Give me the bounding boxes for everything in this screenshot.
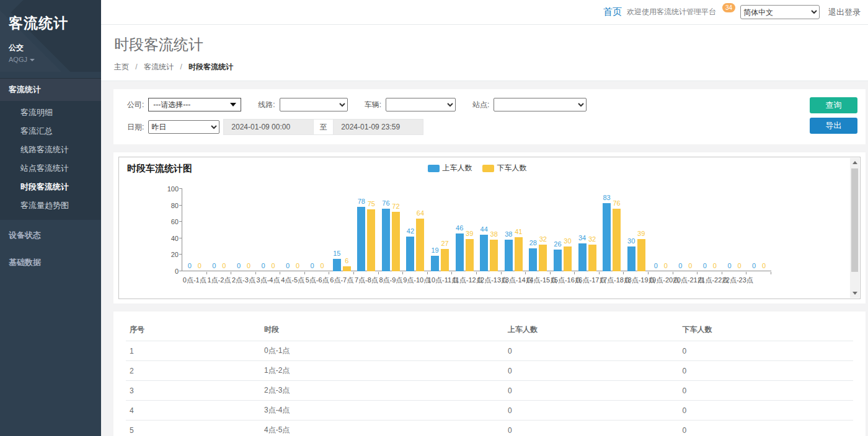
breadcrumb-home[interactable]: 主页 — [114, 63, 129, 71]
bar — [357, 207, 365, 271]
page-heading: 时段客流统计 主页 / 客流统计 / 时段客流统计 — [101, 25, 868, 81]
period-stats-table: 序号 时段 上车人数 下车人数 10点-1点0021点-2点0032点-3点00… — [126, 319, 853, 436]
bar-boarding: 78 — [357, 189, 365, 271]
sidebar-item-passenger-stats[interactable]: 客流统计 — [0, 78, 101, 101]
scroll-down-icon[interactable] — [850, 289, 859, 298]
bar-value-label: 0 — [713, 262, 717, 269]
sidebar-item-base-data[interactable]: 基础数据 — [0, 251, 101, 274]
app-logo: 客流统计 — [9, 14, 92, 33]
org-name: 公交 — [9, 43, 92, 53]
bar — [529, 248, 537, 271]
bar-alighting: 75 — [367, 189, 375, 271]
bar — [505, 240, 513, 271]
bar-group: 00 — [649, 189, 673, 271]
bar-alighting: 39 — [466, 189, 474, 271]
sidebar-item-line-stats[interactable]: 线路客流统计 — [0, 141, 101, 159]
query-button[interactable]: 查询 — [810, 97, 857, 113]
table-panel: 序号 时段 上车人数 下车人数 10点-1点0021点-2点0032点-3点00… — [113, 312, 866, 436]
legend-swatch-alighting — [482, 165, 494, 172]
bar-value-label: 38 — [490, 230, 498, 238]
chart-scrollbar[interactable] — [850, 158, 859, 298]
bar-boarding: 0 — [750, 189, 758, 271]
bar-alighting: 0 — [220, 189, 228, 271]
bar-value-label: 30 — [627, 237, 635, 245]
date-end-input[interactable] — [333, 119, 423, 135]
bar-boarding: 0 — [185, 189, 193, 271]
table-cell: 3 — [126, 381, 260, 401]
bar-group: 8376 — [600, 189, 624, 271]
line-select[interactable] — [280, 98, 348, 111]
table-cell: 0 — [678, 341, 853, 361]
bar-alighting: 0 — [318, 189, 326, 271]
scroll-up-icon[interactable] — [850, 158, 859, 167]
user-menu[interactable]: AQGJ — [9, 56, 92, 63]
bar-value-label: 0 — [237, 262, 241, 269]
bar-value-label: 0 — [286, 262, 290, 269]
vehicle-select[interactable] — [386, 98, 456, 111]
bar-group: 3039 — [624, 189, 649, 271]
bar — [578, 243, 587, 271]
bar-boarding: 0 — [210, 189, 218, 271]
x-tick-label: 20点-21点 — [673, 276, 698, 285]
bar — [554, 250, 562, 271]
bar — [466, 239, 474, 271]
bar-value-label: 0 — [737, 262, 741, 269]
date-start-input[interactable] — [223, 119, 314, 135]
legend-boarding[interactable]: 上车人数 — [428, 163, 472, 173]
breadcrumb-passenger-stats[interactable]: 客流统计 — [144, 63, 174, 71]
bar-value-label: 0 — [678, 262, 682, 269]
table-cell: 5 — [126, 421, 260, 436]
bar-alighting: 0 — [269, 189, 277, 271]
x-tick-label: 16点-17点 — [575, 276, 600, 285]
sidebar-item-passenger-summary[interactable]: 客流汇总 — [0, 122, 101, 141]
logout-link[interactable]: 退出登录 — [828, 7, 861, 18]
bar-alighting: 41 — [515, 189, 523, 271]
x-tick-label: 2点-3点 — [231, 276, 256, 285]
bar-alighting: 0 — [760, 189, 768, 271]
bar — [564, 246, 572, 271]
sidebar-item-device-status[interactable]: 设备状态 — [0, 224, 101, 247]
sidebar-item-period-stats[interactable]: 时段客流统计 — [0, 178, 101, 196]
scrollbar-thumb[interactable] — [851, 168, 858, 272]
dropdown-arrow-icon — [230, 103, 236, 107]
table-cell: 0 — [678, 361, 853, 381]
col-header-period: 时段 — [260, 319, 504, 341]
x-tick-label: 8点-9点 — [379, 276, 404, 285]
station-select[interactable] — [494, 98, 587, 111]
export-button[interactable]: 导出 — [810, 118, 857, 134]
bar-value-label: 39 — [637, 230, 645, 237]
top-bar: 首页 欢迎使用客流统计管理平台 34 简体中文 退出登录 — [101, 0, 868, 25]
bar-value-label: 27 — [441, 240, 448, 247]
breadcrumb-separator: / — [135, 63, 137, 71]
sidebar-item-passenger-detail[interactable]: 客流明细 — [0, 103, 101, 122]
sidebar-item-trend-chart[interactable]: 客流量趋势图 — [0, 196, 101, 215]
user-name: AQGJ — [9, 56, 27, 63]
table-cell: 4 — [126, 401, 260, 421]
date-preset-select[interactable]: 昨日 — [148, 120, 219, 134]
legend-alighting[interactable]: 下车人数 — [482, 163, 527, 173]
bar-boarding: 0 — [701, 189, 709, 271]
company-select[interactable]: ---请选择--- — [148, 98, 241, 111]
table-row: 32点-3点00 — [126, 381, 853, 401]
x-tick-label: 10点-11点 — [428, 276, 453, 285]
chart-plot-area: 0000000000001567875767242641927463944383… — [182, 189, 771, 271]
bar — [367, 209, 375, 271]
bar-alighting: 0 — [686, 189, 694, 271]
breadcrumb-separator: / — [180, 63, 182, 71]
bar — [416, 219, 424, 271]
x-tick-label: 5点-6点 — [305, 276, 330, 285]
bar-group: 156 — [329, 189, 354, 271]
bar-value-label: 34 — [578, 234, 586, 242]
x-tick-label: 4点-5点 — [280, 276, 305, 285]
bar-boarding: 0 — [652, 189, 660, 271]
y-tick-label: 0 — [157, 268, 179, 275]
bar-group: 00 — [746, 189, 771, 271]
table-cell: 0 — [678, 421, 853, 436]
home-link[interactable]: 首页 — [603, 6, 622, 18]
notification-badge[interactable]: 34 — [722, 3, 735, 12]
language-select[interactable]: 简体中文 — [740, 5, 820, 19]
bar-value-label: 42 — [407, 227, 414, 235]
sidebar-item-station-stats[interactable]: 站点客流统计 — [0, 159, 101, 178]
bar-group: 00 — [231, 189, 256, 271]
bar-value-label: 30 — [564, 237, 571, 245]
